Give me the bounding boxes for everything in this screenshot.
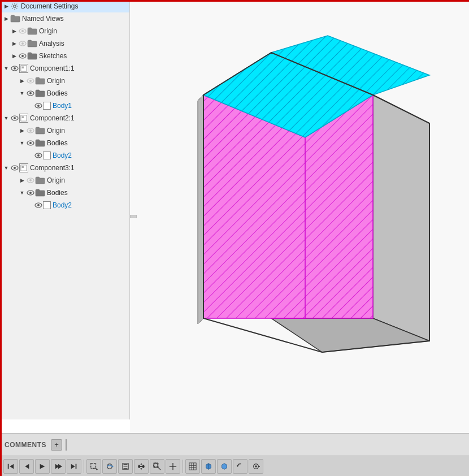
eye-icon-body1[interactable]: [34, 101, 43, 110]
sidebar-item-sketches[interactable]: Sketches: [0, 50, 129, 62]
eye-icon-origin-c1[interactable]: [26, 76, 35, 85]
sidebar-item-body2-c3[interactable]: Body2: [0, 199, 129, 211]
component2-label: Component2:1: [30, 114, 75, 122]
eye-icon-component3[interactable]: [10, 163, 19, 172]
select-box-btn[interactable]: [86, 459, 101, 474]
sidebar-item-component3[interactable]: Component3:1: [0, 162, 129, 174]
eye-icon-sketches[interactable]: [18, 51, 27, 60]
left-panel-tab[interactable]: [130, 215, 137, 218]
comments-controls: +: [51, 439, 67, 451]
origin-1-label: Origin: [39, 27, 57, 35]
sidebar-item-analysis[interactable]: Analysis: [0, 37, 129, 50]
eye-icon-origin-1[interactable]: [18, 27, 27, 36]
component-icon-3: [19, 163, 28, 172]
eye-icon-origin-c2[interactable]: [26, 126, 35, 135]
grid-btn[interactable]: [185, 459, 200, 474]
svg-rect-57: [76, 464, 77, 469]
sidebar-item-component2[interactable]: Component2:1: [0, 112, 129, 124]
eye-icon-body2-c3[interactable]: [34, 201, 43, 210]
arrow-bodies-c3[interactable]: [18, 189, 26, 197]
step-fwd-btn[interactable]: [67, 459, 81, 474]
sidebar-item-origin-c2[interactable]: Origin: [0, 124, 129, 137]
svg-point-14: [29, 92, 32, 94]
pan2-btn[interactable]: [118, 459, 133, 474]
eye-icon-bodies-c2[interactable]: [26, 139, 35, 148]
eye-icon-bodies-c3[interactable]: [26, 188, 35, 197]
folder-icon-bodies-c3: [35, 188, 45, 197]
svg-rect-72: [189, 462, 196, 469]
arrow-sketches[interactable]: [10, 52, 18, 60]
body2-c3-label: Body2: [53, 201, 72, 209]
arrow-component1[interactable]: [2, 64, 10, 72]
step-back-btn[interactable]: [3, 459, 18, 474]
comments-add-btn[interactable]: +: [51, 439, 62, 451]
arrow-bodies-c2[interactable]: [18, 139, 26, 147]
svg-point-2: [21, 30, 24, 32]
svg-marker-52: [25, 464, 29, 469]
svg-rect-10: [22, 67, 24, 68]
svg-point-24: [29, 142, 32, 144]
arrow-origin-c1[interactable]: [18, 77, 26, 85]
sidebar-item-body1[interactable]: Body1: [0, 99, 129, 112]
sidebar-item-component1[interactable]: Component1:1: [0, 62, 129, 75]
svg-point-0: [14, 5, 16, 7]
eye-icon-component1[interactable]: [10, 64, 19, 73]
component-icon-2: [19, 114, 28, 123]
sidebar-item-named-views[interactable]: Named Views: [0, 12, 129, 25]
folder-icon-origin-1: [27, 27, 37, 36]
arrow-doc-settings[interactable]: [2, 2, 10, 10]
sidebar-item-origin-c3[interactable]: Origin: [0, 174, 129, 187]
eye-icon-body2-c2[interactable]: [34, 151, 43, 160]
svg-point-69: [154, 463, 158, 467]
move-btn[interactable]: [134, 459, 149, 474]
body2-c2-label: Body2: [53, 152, 72, 159]
sidebar-item-bodies-c2[interactable]: Bodies: [0, 137, 129, 149]
arrow-component2[interactable]: [2, 114, 10, 122]
svg-rect-30: [22, 166, 24, 168]
arrow-bodies-c1[interactable]: [18, 89, 26, 97]
svg-marker-51: [10, 464, 14, 469]
box-display-btn[interactable]: [201, 459, 216, 474]
eye-icon-origin-c3[interactable]: [26, 176, 35, 185]
arrow-origin-c2[interactable]: [18, 127, 26, 135]
svg-marker-55: [58, 464, 62, 469]
sidebar-item-origin-1[interactable]: Origin: [0, 25, 129, 37]
svg-point-22: [29, 129, 32, 132]
undo-view-btn[interactable]: [233, 459, 247, 474]
svg-point-6: [21, 55, 24, 57]
eye-icon-analysis[interactable]: [18, 39, 27, 48]
svg-point-4: [21, 42, 24, 45]
folder-icon-bodies-c1: [35, 89, 45, 98]
folder-icon-origin-c2: [35, 126, 45, 135]
play-back-btn[interactable]: [19, 459, 34, 474]
zoom-btn[interactable]: [166, 459, 180, 474]
arrow-origin-1[interactable]: [10, 27, 18, 35]
eye-icon-component2[interactable]: [10, 114, 19, 123]
play-fwd-btn[interactable]: [51, 459, 66, 474]
svg-line-68: [158, 467, 160, 469]
sidebar-item-doc-settings[interactable]: Document Settings: [0, 0, 129, 12]
folder-icon-origin-c1: [35, 76, 45, 85]
arrow-analysis[interactable]: [10, 40, 18, 47]
box-display2-btn[interactable]: [217, 459, 232, 474]
arrow-component3[interactable]: [2, 164, 10, 172]
sidebar-item-origin-c1[interactable]: Origin: [0, 75, 129, 87]
bottom-toolbar: [0, 456, 469, 476]
main-layout: Document Settings Named Views: [0, 0, 469, 476]
origin-c3-label: Origin: [47, 176, 65, 184]
3d-viewport-svg: [130, 0, 469, 433]
eye-target-btn[interactable]: [249, 459, 263, 474]
sidebar-item-body2-c2[interactable]: Body2: [0, 149, 129, 162]
orbit-btn[interactable]: [102, 459, 117, 474]
arrow-origin-c3[interactable]: [18, 176, 26, 184]
arrow-named-views[interactable]: [2, 15, 10, 23]
bodies-c2-label: Bodies: [47, 139, 68, 147]
viewport[interactable]: [130, 0, 469, 433]
play-btn[interactable]: [35, 459, 50, 474]
eye-icon-bodies-c1[interactable]: [26, 89, 35, 98]
svg-marker-81: [237, 465, 239, 467]
sidebar-item-bodies-c1[interactable]: Bodies: [0, 87, 129, 99]
sidebar-item-bodies-c3[interactable]: Bodies: [0, 187, 129, 199]
origin-c2-label: Origin: [47, 127, 65, 135]
zoom-box-btn[interactable]: [150, 459, 164, 474]
